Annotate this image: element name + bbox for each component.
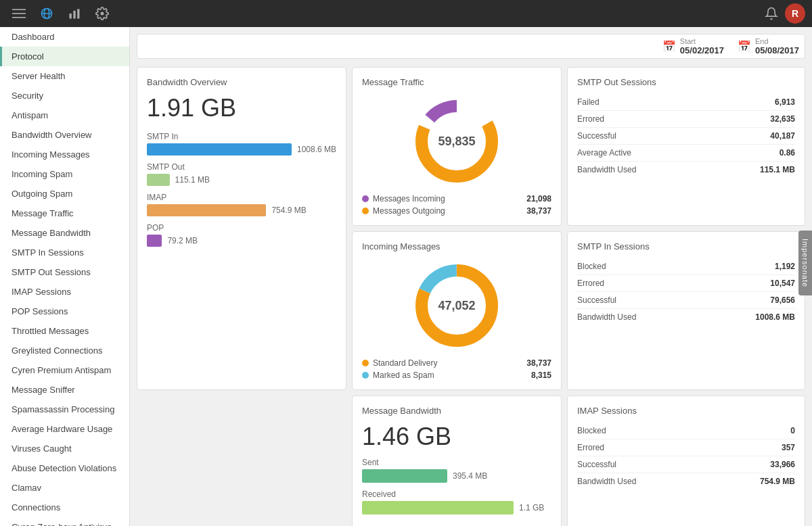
start-value: 05/02/2017 [680, 45, 724, 55]
chart-icon[interactable] [62, 1, 87, 26]
incoming-messages-card: Incoming Messages 47,052 [352, 231, 562, 390]
start-date-item: 📅 Start 05/02/2017 [662, 37, 724, 55]
imap-errored-label: Errored [577, 443, 604, 452]
impersonate-tab[interactable]: Impersonate [798, 231, 812, 295]
sidebar-item-imap-sessions[interactable]: IMAP Sessions [0, 282, 129, 302]
imap-errored-row: Errored 357 [577, 439, 795, 456]
sidebar-item-greylisted-connections[interactable]: Greylisted Connections [0, 341, 129, 360]
smtp-out-row: SMTP Out 115.1 MB [147, 162, 336, 186]
standard-legend-val: 38,737 [526, 358, 551, 368]
message-traffic-legend: Messages Incoming 21,098 Messages Outgoi… [362, 194, 551, 216]
imap-successful-label: Successful [577, 460, 616, 469]
sidebar-item-incoming-spam[interactable]: Incoming Spam [0, 164, 129, 184]
imap-blocked-row: Blocked 0 [577, 423, 795, 439]
sidebar-item-outgoing-spam[interactable]: Outgoing Spam [0, 184, 129, 204]
pop-row: POP 79.2 MB [147, 223, 336, 247]
smtp-out-errored-row: Errored 32,635 [577, 111, 795, 128]
smtp-out-bar-container: 115.1 MB [147, 174, 336, 186]
smtp-out-sessions-title: SMTP Out Sessions [577, 77, 795, 87]
incoming-messages-legend: Standard Delivery 38,737 Marked as Spam … [362, 358, 551, 380]
smtp-out-failed-row: Failed 6,913 [577, 94, 795, 111]
incoming-legend-label: Messages Incoming [373, 194, 445, 204]
incoming-messages-title: Incoming Messages [362, 241, 551, 252]
sidebar-item-antispam[interactable]: Antispam [0, 105, 129, 125]
smtp-in-bar [147, 143, 292, 156]
smtp-in-errored-label: Errored [577, 279, 604, 288]
svg-rect-1 [12, 13, 26, 14]
smtp-out-errored-label: Errored [577, 114, 604, 124]
received-label: Received [362, 489, 551, 499]
pop-label: POP [147, 223, 336, 233]
svg-rect-0 [12, 9, 26, 10]
sidebar-item-incoming-messages[interactable]: Incoming Messages [0, 145, 129, 164]
imap-blocked-value: 0 [790, 426, 795, 435]
message-traffic-title: Message Traffic [362, 77, 551, 87]
sidebar-item-message-bandwidth[interactable]: Message Bandwidth [0, 223, 129, 243]
smtp-out-failed-label: Failed [577, 97, 600, 107]
svg-rect-8 [77, 9, 79, 18]
sidebar-item-clamav[interactable]: Clamav [0, 478, 129, 498]
bandwidth-overview-title: Bandwidth Overview [147, 77, 336, 87]
smtp-out-value: 115.1 MB [175, 175, 210, 185]
avatar[interactable]: R [785, 3, 805, 24]
sidebar-item-connections[interactable]: Connections [0, 498, 129, 517]
message-bandwidth-total: 1.46 GB [362, 423, 551, 451]
sidebar-item-smtp-in-sessions[interactable]: SMTP In Sessions [0, 243, 129, 262]
sidebar-item-bandwidth-overview[interactable]: Bandwidth Overview [0, 125, 129, 145]
received-bar [362, 501, 514, 515]
sidebar-item-avg-hardware[interactable]: Average Hardware Usage [0, 419, 129, 439]
sidebar-item-pop-sessions[interactable]: POP Sessions [0, 302, 129, 321]
smtp-in-errored-row: Errored 10,547 [577, 275, 795, 292]
imap-successful-row: Successful 33,966 [577, 456, 795, 473]
sidebar-item-dashboard[interactable]: Dashboard [0, 27, 129, 47]
received-value: 1.1 GB [519, 503, 544, 512]
sent-value: 395.4 MB [453, 471, 487, 481]
end-calendar-icon: 📅 [738, 40, 751, 53]
smtp-out-errored-value: 32,635 [770, 114, 795, 124]
message-bandwidth-title: Message Bandwidth [362, 406, 551, 416]
imap-successful-value: 33,966 [770, 460, 795, 469]
incoming-legend-val: 21,098 [526, 194, 551, 204]
sidebar-item-abuse-detection[interactable]: Abuse Detection Violations [0, 458, 129, 478]
pop-bar [147, 235, 162, 247]
sidebar-item-cyren-zerohour[interactable]: Cyren Zero-hour Antivirus [0, 517, 129, 526]
sidebar-item-security[interactable]: Security [0, 86, 129, 105]
navbar: R [0, 0, 812, 27]
sidebar-item-spamassassin[interactable]: Spamassassin Processing [0, 400, 129, 419]
sidebar-item-cyren-premium[interactable]: Cyren Premium Antispam [0, 360, 129, 380]
outgoing-dot [362, 208, 369, 214]
sent-row: Sent 395.4 MB [362, 458, 551, 483]
smtp-out-failed-value: 6,913 [775, 97, 795, 107]
sidebar-item-message-traffic[interactable]: Message Traffic [0, 204, 129, 223]
cards-grid: Bandwidth Overview 1.91 GB SMTP In 1008.… [137, 67, 805, 526]
smtp-in-blocked-label: Blocked [577, 262, 606, 271]
menu-icon[interactable] [7, 1, 31, 26]
end-date-item: 📅 End 05/08/2017 [738, 37, 799, 55]
start-label: Start [680, 37, 724, 45]
start-calendar-icon: 📅 [662, 40, 676, 53]
smtp-in-successful-value: 79,656 [770, 295, 795, 305]
smtp-in-value: 1008.6 MB [297, 145, 336, 154]
sidebar-item-viruses-caught[interactable]: Viruses Caught [0, 439, 129, 458]
globe-icon[interactable] [35, 1, 59, 26]
spam-dot [362, 372, 369, 379]
imap-bar [147, 204, 266, 216]
sidebar-item-message-sniffer[interactable]: Message Sniffer [0, 380, 129, 400]
svg-rect-2 [12, 17, 26, 18]
sent-label: Sent [362, 458, 551, 467]
sidebar-item-smtp-out-sessions[interactable]: SMTP Out Sessions [0, 262, 129, 282]
sidebar-item-server-health[interactable]: Server Health [0, 66, 129, 86]
imap-blocked-label: Blocked [577, 426, 606, 435]
smtp-out-label: SMTP Out [147, 162, 336, 172]
imap-bar-container: 754.9 MB [147, 204, 336, 216]
smtp-in-row: SMTP In 1008.6 MB [147, 132, 336, 156]
bell-icon[interactable] [761, 3, 782, 24]
smtp-in-successful-label: Successful [577, 295, 616, 305]
pop-value: 79.2 MB [167, 236, 198, 245]
sidebar-item-throttled-messages[interactable]: Throttled Messages [0, 321, 129, 341]
navbar-left [7, 1, 114, 26]
incoming-dot [362, 195, 369, 202]
sidebar-item-protocol[interactable]: Protocol [0, 47, 129, 66]
settings-icon[interactable] [90, 1, 114, 26]
message-traffic-donut: 59,835 [362, 94, 551, 189]
